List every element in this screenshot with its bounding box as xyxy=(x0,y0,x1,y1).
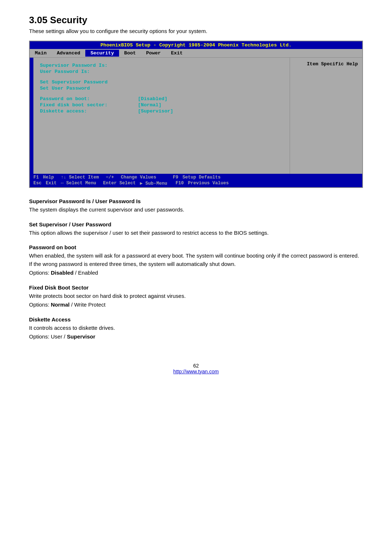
bios-value-pw-on-boot: [Disabled] xyxy=(138,96,167,102)
section-heading-pw-boot: Password on boot xyxy=(29,244,363,250)
bios-desc-exit: Exit xyxy=(46,181,60,186)
bios-body: Supervisor Password Is: User Password Is… xyxy=(30,58,362,174)
bios-help-panel: Item Specific Help xyxy=(290,58,362,174)
section-text-fixed-disk: Write protects boot sector on hard disk … xyxy=(29,292,363,300)
section-heading-supervisor-pw: Supervisor Password Is / User Password I… xyxy=(29,198,363,204)
bios-action-change: Change Values xyxy=(121,175,156,180)
footer-link[interactable]: http://www.tyan.com xyxy=(173,369,219,374)
bios-row-supervisor-pw-is: Supervisor Password Is: xyxy=(40,63,283,68)
bios-help-title: Item Specific Help xyxy=(294,61,358,67)
section-text-supervisor-pw: The system displays the current supervis… xyxy=(29,206,363,214)
bios-key-updown: ↑↓ Select Item xyxy=(61,175,99,180)
section-text-pw-boot: When enabled, the system will ask for a … xyxy=(29,252,363,268)
bios-desc-help: Help xyxy=(43,175,60,180)
bios-key-esc: Esc xyxy=(33,181,44,186)
bios-row-set-supervisor-pw[interactable]: Set Supervisor Password xyxy=(40,79,283,85)
bios-menu-boot[interactable]: Boot xyxy=(119,50,141,57)
bios-label-user-pw-is: User Password Is: xyxy=(40,69,134,74)
bios-action-submenu: ▶ Sub-Menu xyxy=(140,180,167,186)
section-options-diskette: Options: User / Supervisor xyxy=(29,333,363,341)
bios-label-set-user-pw: Set User Password xyxy=(40,86,134,91)
bios-row-fixed-disk[interactable]: Fixed disk boot sector: [Normal] xyxy=(40,102,283,108)
bios-key-f1: F1 xyxy=(33,175,42,180)
bios-action-defaults: Setup Defaults xyxy=(183,175,221,180)
bios-label-diskette: Diskette access: xyxy=(40,108,134,114)
section-options-pw-boot: Options: Disabled / Enabled xyxy=(29,269,363,277)
bios-sep-1: −/+ xyxy=(101,175,120,180)
bios-key-leftright: ↔ Select Menu xyxy=(61,181,97,186)
bios-title-bar: PhoenixBIOS Setup - Copyright 1985-2004 … xyxy=(30,41,362,49)
bios-status-col-1: F1 Help ↑↓ Select Item −/+ Change Values… xyxy=(33,175,359,186)
option-disabled: Disabled xyxy=(51,270,74,276)
option-supervisor: Supervisor xyxy=(67,333,95,340)
bios-menu-main[interactable]: Main xyxy=(30,50,52,57)
section-heading-fixed-disk: Fixed Disk Boot Sector xyxy=(29,284,363,291)
section-options-fixed-disk: Options: Normal / Write Protect xyxy=(29,301,363,309)
bios-row-pw-on-boot[interactable]: Password on boot: [Disabled] xyxy=(40,96,283,102)
bios-label-set-supervisor-pw: Set Supervisor Password xyxy=(40,79,134,85)
section-text-set-pw: This option allows the supervisor / user… xyxy=(29,229,363,237)
bios-menu-security[interactable]: Security xyxy=(85,50,119,57)
bios-key-f9: F9 xyxy=(173,175,181,180)
bios-status-row-1: F1 Help ↑↓ Select Item −/+ Change Values… xyxy=(33,175,359,180)
bios-label-fixed-disk: Fixed disk boot sector: xyxy=(40,102,134,108)
page-title: 3.05 Security xyxy=(29,15,363,26)
bios-row-set-user-pw[interactable]: Set User Password xyxy=(40,86,283,91)
page-number: 62 xyxy=(29,363,363,369)
bios-label-pw-on-boot: Password on boot: xyxy=(40,96,134,102)
bios-main-content: Supervisor Password Is: User Password Is… xyxy=(33,58,290,174)
bios-status-bar: F1 Help ↑↓ Select Item −/+ Change Values… xyxy=(30,174,362,187)
bios-menu-exit[interactable]: Exit xyxy=(166,50,188,57)
bios-spacer-2 xyxy=(169,181,174,186)
bios-row-user-pw-is: User Password Is: xyxy=(40,69,283,74)
bios-container: PhoenixBIOS Setup - Copyright 1985-2004 … xyxy=(29,41,363,188)
bios-menu-bar: Main Advanced Security Boot Power Exit xyxy=(30,49,362,58)
section-heading-set-pw: Set Supervisor / User Password xyxy=(29,221,363,227)
page-subtitle: These settings allow you to configure th… xyxy=(29,28,363,34)
bios-menu-power[interactable]: Power xyxy=(141,50,166,57)
bios-action-prev: Previous Values xyxy=(188,181,229,186)
bios-label-supervisor-pw-is: Supervisor Password Is: xyxy=(40,63,134,68)
bios-sep-2: Enter Select xyxy=(98,181,139,186)
bios-status-row-2: Esc Exit ↔ Select Menu Enter Select ▶ Su… xyxy=(33,180,359,186)
bios-left-bar xyxy=(30,58,33,174)
footer-url[interactable]: http://www.tyan.com xyxy=(29,369,363,374)
section-text-diskette: It controls access to diskette drives. xyxy=(29,324,363,332)
bios-key-f10: F10 xyxy=(176,181,187,186)
bios-value-fixed-disk: [Normal] xyxy=(138,102,162,108)
bios-value-diskette: [Supervisor] xyxy=(138,108,173,114)
option-normal: Normal xyxy=(51,301,70,308)
bios-row-diskette[interactable]: Diskette access: [Supervisor] xyxy=(40,108,283,114)
section-heading-diskette: Diskette Access xyxy=(29,316,363,323)
bios-menu-advanced[interactable]: Advanced xyxy=(52,50,85,57)
footer: 62 http://www.tyan.com xyxy=(29,363,363,374)
bios-spacer-1 xyxy=(158,175,172,180)
